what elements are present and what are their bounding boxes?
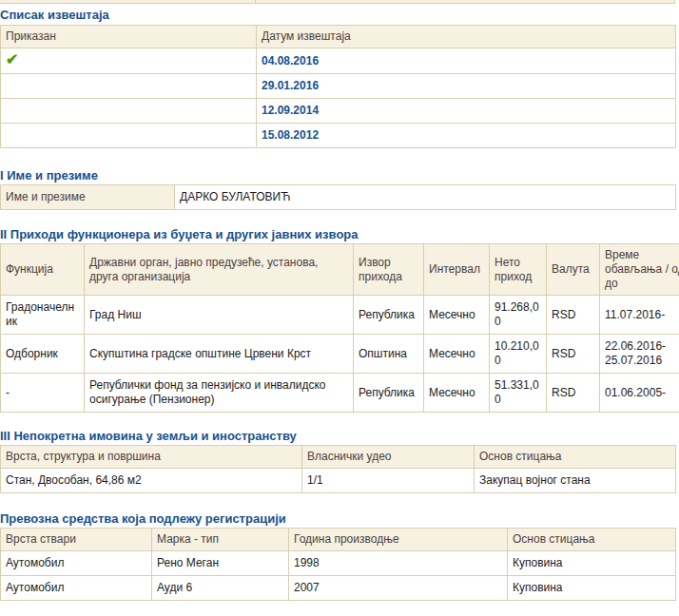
report-date-link[interactable]: 15.08.2012 (257, 124, 676, 148)
ownership-share-cell: 1/1 (302, 469, 475, 493)
realestate-row: Стан, Двособан, 64,86 м2 1/1 Закупац вој… (1, 469, 676, 493)
income-row: Градоначелник Град Ниш Република Месечно… (1, 296, 679, 335)
shown-cell: ✔ (1, 48, 257, 74)
acquisition-basis-cell: Куповина (508, 551, 676, 576)
make-model-cell: Ауди 6 (152, 576, 289, 601)
col-header-ownership-share: Власнички удео (302, 446, 475, 469)
report-list-title: Списак извештаја (0, 9, 679, 22)
type-structure-area-cell: Стан, Двособан, 64,86 м2 (1, 469, 302, 493)
income-source-cell: Република (354, 296, 424, 335)
function-cell: - (1, 374, 85, 413)
income-row: Одборник Скупштина градске општине Црвен… (1, 335, 679, 374)
shown-cell (1, 74, 257, 99)
name-label-cell: Име и презиме (1, 185, 175, 210)
report-row: 29.01.2016 (1, 74, 676, 99)
net-income-cell: 91.268,00 (490, 296, 547, 335)
col-header-type-structure-area: Врста, структура и површина (1, 446, 302, 469)
period-cell: 01.06.2005- (600, 374, 679, 413)
organization-cell: Скупштина градске општине Црвени Крст (85, 335, 354, 374)
net-income-cell: 10.210,00 (490, 335, 547, 374)
income-row: - Републички фонд за пензијско и инвалид… (1, 374, 679, 413)
item-type-cell: Аутомобил (1, 576, 152, 601)
clipped-table-remnant (0, 0, 675, 4)
vehicle-row: Аутомобил Рено Меган 1998 Куповина (1, 551, 676, 576)
currency-cell: RSD (547, 374, 600, 413)
col-header-shown: Приказан (1, 26, 257, 48)
col-header-acquisition-basis: Основ стицања (475, 446, 676, 469)
col-header-income-source: Извор прихода (354, 244, 424, 296)
realestate-table: Врста, структура и површина Власнички уд… (0, 445, 676, 493)
col-header-net-income: Нето приход (490, 244, 547, 296)
vehicles-table: Врста ствари Марка - тип Година производ… (0, 528, 676, 601)
currency-cell: RSD (547, 335, 600, 374)
col-header-item-type: Врста ствари (1, 529, 152, 551)
col-header-acquisition-basis: Основ стицања (508, 529, 676, 551)
interval-cell: Месечно (424, 296, 490, 335)
name-section-title: I Име и презиме (0, 169, 679, 183)
organization-cell: Републички фонд за пензијско и инвалидск… (85, 374, 354, 413)
period-cell: 22.06.2016-25.07.2016 (600, 335, 679, 374)
report-date-link[interactable]: 04.08.2016 (257, 48, 676, 74)
report-list-header-row: Приказан Датум извештаја (1, 26, 676, 48)
name-row: Име и презиме ДАРКО БУЛАТОВИЋ (1, 185, 676, 210)
name-table: Име и презиме ДАРКО БУЛАТОВИЋ (0, 184, 676, 210)
col-header-production-year: Година производње (289, 529, 508, 551)
interval-cell: Месечно (424, 374, 490, 413)
report-row: 12.09.2014 (1, 99, 676, 124)
currency-cell: RSD (547, 296, 600, 335)
production-year-cell: 2007 (289, 576, 508, 601)
income-source-cell: Република (354, 374, 424, 413)
report-date-link[interactable]: 29.01.2016 (257, 74, 676, 99)
vehicle-row: Аутомобил Ауди 6 2007 Куповина (1, 576, 676, 601)
report-row: 15.08.2012 (1, 124, 676, 148)
vehicles-header-row: Врста ствари Марка - тип Година производ… (1, 529, 676, 551)
shown-cell (1, 99, 257, 124)
realestate-header-row: Врста, структура и површина Власнички уд… (1, 446, 676, 469)
col-header-period: Време обављања / од-до (600, 244, 679, 296)
col-header-currency: Валута (547, 244, 600, 296)
col-header-function: Функција (1, 244, 85, 296)
vehicles-section-title: Превозна средства која подлежу регистрац… (0, 512, 679, 526)
interval-cell: Месечно (424, 335, 490, 374)
net-income-cell: 51.331,00 (490, 374, 547, 413)
production-year-cell: 1998 (289, 551, 508, 576)
income-section-title: II Приходи функционера из буџета и други… (0, 228, 679, 241)
realestate-section-title: III Непокретна имовина у земљи и иностра… (0, 430, 679, 443)
function-cell: Одборник (1, 335, 85, 374)
acquisition-basis-cell: Закупац војног стана (475, 469, 676, 493)
report-page: Списак извештаја Приказан Датум извештај… (0, 0, 679, 616)
income-source-cell: Општина (354, 335, 424, 374)
income-table: Функција Државни орган, јавно предузеће,… (0, 243, 679, 413)
function-cell: Градоначелник (1, 296, 85, 335)
report-list-table: Приказан Датум извештаја ✔ 04.08.2016 29… (0, 25, 676, 148)
col-header-organization: Државни орган, јавно предузеће, установа… (85, 244, 354, 296)
col-header-report-date: Датум извештаја (257, 26, 676, 48)
shown-cell (1, 124, 257, 148)
name-value-cell: ДАРКО БУЛАТОВИЋ (175, 185, 676, 210)
acquisition-basis-cell: Куповина (508, 576, 676, 601)
report-row: ✔ 04.08.2016 (1, 48, 676, 74)
column-divider (255, 0, 256, 3)
item-type-cell: Аутомобил (1, 551, 152, 576)
col-header-interval: Интервал (424, 244, 490, 296)
make-model-cell: Рено Меган (152, 551, 289, 576)
col-header-make-model: Марка - тип (152, 529, 289, 551)
period-cell: 11.07.2016- (600, 296, 679, 335)
organization-cell: Град Ниш (85, 296, 354, 335)
income-header-row: Функција Државни орган, јавно предузеће,… (1, 244, 679, 296)
check-icon: ✔ (6, 53, 18, 67)
report-date-link[interactable]: 12.09.2014 (257, 99, 676, 124)
